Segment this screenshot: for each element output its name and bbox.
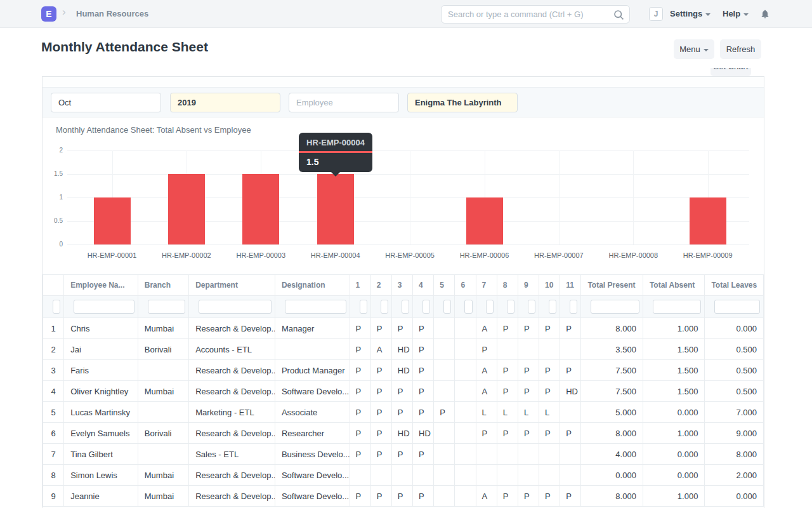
cell-day-3[interactable]: P [391,444,412,465]
month-filter-input[interactable] [51,93,161,112]
cell-department[interactable]: Research & Develop... [189,465,275,486]
cell-total-present[interactable]: 3.500 [581,339,643,360]
cell-day-8[interactable]: P [497,381,518,402]
cell-day-1[interactable]: P [350,360,370,381]
cell-designation[interactable]: Software Develo... [275,486,350,507]
cell-day-10[interactable]: P [539,423,560,444]
column-header-day-6[interactable]: 6 [455,275,476,296]
cell-branch[interactable] [138,402,188,423]
cell-total-leaves[interactable]: 0.500 [705,339,764,360]
cell-day-2[interactable]: P [370,402,391,423]
cell-total-present[interactable]: 7.500 [581,360,643,381]
cell-total-present[interactable]: 5.000 [581,402,643,423]
cell-department[interactable]: Research & Develop... [189,486,275,507]
column-filter-input-day-10[interactable] [549,300,556,314]
cell-day-6[interactable] [455,402,476,423]
column-filter-input-employee-name[interactable] [74,300,134,314]
cell-total-leaves[interactable]: 0.000 [705,486,764,507]
cell-day-8[interactable]: L [497,402,518,423]
cell-day-4[interactable] [413,465,434,486]
cell-day-1[interactable]: P [350,339,370,360]
cell-day-6[interactable] [455,465,476,486]
cell-day-5[interactable] [434,444,455,465]
cell-branch[interactable] [138,444,188,465]
cell-day-1[interactable]: P [350,402,370,423]
cell-day-2[interactable]: P [370,486,391,507]
cell-day-1[interactable]: P [350,318,370,339]
cell-designation[interactable]: Manager [275,318,350,339]
bar-hr-emp-00001[interactable] [94,197,131,244]
column-header-total-absent[interactable]: Total Absent [643,275,705,296]
cell-branch[interactable]: Borivali [138,423,188,444]
column-filter-input-designation[interactable] [285,300,346,314]
cell-day-4[interactable]: P [413,486,434,507]
column-header-day-8[interactable]: 8 [497,275,518,296]
cell-department[interactable]: Marketing - ETL [189,402,275,423]
company-filter-input[interactable] [407,93,518,112]
cell-total-present[interactable]: 8.000 [581,318,643,339]
cell-day-1[interactable]: P [350,444,370,465]
bar-hr-emp-00002[interactable] [168,174,205,244]
column-filter-input-day-9[interactable] [528,300,535,314]
cell-employee-name[interactable]: Lucas Martinsky [64,402,138,423]
cell-day-4[interactable]: P [413,360,434,381]
cell-day-5[interactable] [434,318,455,339]
cell-day-8[interactable]: P [497,486,518,507]
column-header-total-present[interactable]: Total Present [581,275,643,296]
cell-day-7[interactable]: A [476,381,497,402]
column-header-day-10[interactable]: 10 [539,275,560,296]
cell-day-11[interactable] [560,444,581,465]
notifications-bell-icon[interactable] [760,8,770,20]
bar-hr-emp-00003[interactable] [242,174,279,244]
cell-row-index[interactable]: 7 [43,444,64,465]
cell-day-8[interactable] [497,465,518,486]
cell-day-5[interactable] [434,381,455,402]
cell-employee-name[interactable]: Jai [64,339,138,360]
cell-branch[interactable]: Mumbai [138,465,188,486]
cell-day-7[interactable]: A [476,360,497,381]
cell-day-6[interactable] [455,360,476,381]
column-header-day-4[interactable]: 4 [413,275,434,296]
bar-hr-emp-00004[interactable] [317,174,354,244]
cell-total-absent[interactable]: 1.500 [643,360,705,381]
cell-day-6[interactable] [455,486,476,507]
cell-day-6[interactable] [455,381,476,402]
cell-day-11[interactable]: HD [560,381,581,402]
cell-day-3[interactable]: P [391,402,412,423]
cell-department[interactable]: Research & Develop... [189,318,275,339]
cell-total-present[interactable]: 8.000 [581,423,643,444]
column-header-day-1[interactable]: 1 [350,275,370,296]
cell-designation[interactable]: Software Develo... [275,465,350,486]
cell-branch[interactable]: Mumbai [138,486,188,507]
cell-day-7[interactable] [476,465,497,486]
cell-department[interactable]: Research & Develop... [189,360,275,381]
column-header-row-index[interactable] [43,275,64,296]
cell-row-index[interactable]: 5 [43,402,64,423]
cell-employee-name[interactable]: Faris [64,360,138,381]
cell-total-absent[interactable]: 1.500 [643,381,705,402]
cell-designation[interactable]: Associate [275,402,350,423]
cell-day-3[interactable] [391,465,412,486]
cell-employee-name[interactable]: Oliver Knightley [64,381,138,402]
cell-branch[interactable]: Borivali [138,339,188,360]
cell-day-11[interactable] [560,402,581,423]
column-filter-input-day-2[interactable] [381,300,388,314]
cell-day-8[interactable]: P [497,318,518,339]
cell-day-7[interactable]: A [476,486,497,507]
cell-employee-name[interactable]: Jeannie [64,486,138,507]
user-avatar[interactable]: J [649,7,663,21]
cell-day-3[interactable]: HD [391,423,412,444]
year-filter-input[interactable] [170,93,280,112]
cell-department[interactable]: Research & Develop... [189,381,275,402]
bar-hr-emp-00006[interactable] [466,197,503,244]
cell-day-1[interactable]: P [350,423,370,444]
cell-day-1[interactable] [350,465,370,486]
cell-day-3[interactable]: HD [391,339,412,360]
column-header-department[interactable]: Department [189,275,275,296]
cell-day-7[interactable]: A [476,318,497,339]
cell-total-absent[interactable]: 0.000 [643,465,705,486]
cell-total-leaves[interactable]: 7.000 [705,402,764,423]
cell-day-4[interactable]: HD [413,423,434,444]
column-filter-input-day-8[interactable] [507,300,514,314]
cell-day-11[interactable]: P [560,318,581,339]
